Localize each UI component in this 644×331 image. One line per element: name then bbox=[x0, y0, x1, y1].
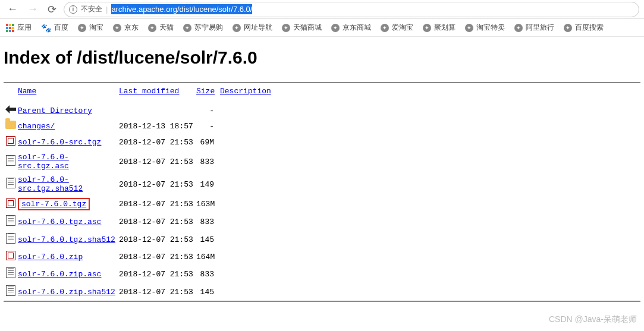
bookmark-label: 阿里旅行 bbox=[526, 23, 554, 33]
last-modified: 2018-12-07 21:53 bbox=[119, 200, 196, 209]
bookmark-item[interactable]: ✦天猫商城 bbox=[282, 23, 322, 33]
bookmark-label: 京东 bbox=[124, 23, 139, 33]
last-modified: 2018-12-07 21:53 bbox=[119, 270, 196, 279]
paw-icon: 🐾 bbox=[41, 23, 51, 33]
globe-icon: ✦ bbox=[113, 24, 121, 32]
file-size: 69M bbox=[196, 138, 220, 147]
url-selected: archive.apache.org/dist/lucene/solr/7.6.… bbox=[111, 4, 252, 14]
file-link[interactable]: solr-7.6.0.tgz.sha512 bbox=[18, 235, 115, 244]
info-icon[interactable]: i bbox=[69, 5, 77, 14]
bookmark-item[interactable]: ✦淘宝 bbox=[78, 23, 103, 33]
globe-icon: ✦ bbox=[381, 24, 389, 32]
file-icon bbox=[4, 233, 18, 246]
reload-button[interactable]: ⟳ bbox=[45, 3, 59, 16]
apps-icon bbox=[6, 24, 14, 32]
file-size: 145 bbox=[196, 235, 220, 244]
address-bar[interactable]: i 不安全 | archive.apache.org/dist/lucene/s… bbox=[64, 2, 639, 17]
last-modified: 2018-12-07 21:53 bbox=[119, 288, 196, 297]
header-description[interactable]: Description bbox=[220, 87, 271, 96]
bookmark-label: 淘宝 bbox=[89, 23, 103, 33]
file-size: - bbox=[196, 122, 220, 131]
bookmark-item[interactable]: ✦京东 bbox=[113, 23, 139, 33]
last-modified: 2018-12-07 21:53 bbox=[119, 217, 196, 226]
bookmark-label: 聚划算 bbox=[434, 23, 455, 33]
bookmark-label: 天猫 bbox=[159, 23, 174, 33]
globe-icon: ✦ bbox=[282, 24, 290, 32]
apps-shortcut[interactable]: 应用 bbox=[6, 23, 32, 33]
file-size: 163M bbox=[196, 200, 220, 209]
last-modified: 2018-12-07 21:53 bbox=[119, 235, 196, 244]
file-link[interactable]: solr-7.6.0.zip.asc bbox=[18, 270, 101, 279]
globe-icon: ✦ bbox=[423, 24, 431, 32]
forward-button[interactable]: → bbox=[25, 3, 40, 15]
file-icon bbox=[4, 285, 18, 298]
file-link[interactable]: solr-7.6.0.zip.sha512 bbox=[18, 288, 115, 297]
table-row: solr-7.6.0-src.tgz2018-12-07 21:5369M bbox=[4, 134, 640, 150]
file-size: 149 bbox=[196, 180, 220, 189]
bookmark-item[interactable]: ✦京东商城 bbox=[331, 23, 371, 33]
bookmark-item[interactable]: ✦网址导航 bbox=[233, 23, 272, 33]
bookmark-label: 爱淘宝 bbox=[392, 23, 413, 33]
folder-icon bbox=[4, 121, 18, 131]
header-last-modified[interactable]: Last modified bbox=[119, 87, 179, 96]
file-icon bbox=[4, 267, 18, 280]
back-icon bbox=[4, 105, 18, 116]
globe-icon: ✦ bbox=[78, 24, 86, 32]
globe-icon: ✦ bbox=[183, 24, 191, 32]
bookmark-item[interactable]: ✦淘宝特卖 bbox=[465, 23, 505, 33]
bookmark-label: 百度 bbox=[54, 23, 68, 33]
bookmark-item[interactable]: ✦百度搜索 bbox=[564, 23, 604, 33]
file-link[interactable]: solr-7.6.0.tgz.asc bbox=[18, 217, 101, 226]
listing-header-row: Name Last modified Size Description bbox=[4, 83, 640, 103]
insecure-label: 不安全 bbox=[81, 4, 102, 14]
directory-listing: Name Last modified Size Description Pare… bbox=[4, 82, 640, 302]
bookmarks-bar: 应用 🐾百度✦淘宝✦京东✦天猫✦苏宁易购✦网址导航✦天猫商城✦京东商城✦爱淘宝✦… bbox=[0, 19, 644, 37]
file-icon bbox=[4, 155, 18, 168]
file-icon bbox=[4, 215, 18, 228]
bookmark-item[interactable]: ✦天猫 bbox=[148, 23, 174, 33]
file-icon bbox=[4, 178, 18, 191]
last-modified: 2018-12-13 18:57 bbox=[119, 122, 196, 131]
watermark: CSDN @Java-呆萌老师 bbox=[549, 314, 637, 325]
bookmark-item[interactable]: ✦阿里旅行 bbox=[514, 23, 554, 33]
file-link[interactable]: solr-7.6.0.zip bbox=[18, 253, 83, 261]
table-row: solr-7.6.0.zip.asc2018-12-07 21:53833 bbox=[4, 265, 640, 283]
file-size: 164M bbox=[196, 253, 220, 261]
back-button[interactable]: ← bbox=[5, 3, 20, 15]
table-row: solr-7.6.0.tgz.sha5122018-12-07 21:53145 bbox=[4, 231, 640, 248]
header-size[interactable]: Size bbox=[196, 87, 215, 96]
file-link[interactable]: solr-7.6.0-src.tgz.sha512 bbox=[18, 175, 83, 193]
bookmark-label: 苏宁易购 bbox=[194, 23, 223, 33]
bookmark-label: 淘宝特卖 bbox=[476, 23, 505, 33]
bookmark-item[interactable]: ✦聚划算 bbox=[423, 23, 455, 33]
file-link[interactable]: solr-7.6.0-src.tgz bbox=[18, 138, 101, 147]
archive-icon bbox=[4, 136, 18, 148]
bookmark-item[interactable]: ✦爱淘宝 bbox=[381, 23, 413, 33]
file-size: 833 bbox=[196, 157, 220, 166]
bookmark-label: 天猫商城 bbox=[293, 23, 322, 33]
globe-icon: ✦ bbox=[233, 24, 241, 32]
last-modified: 2018-12-07 21:53 bbox=[119, 138, 196, 147]
table-row: changes/2018-12-13 18:57- bbox=[4, 118, 640, 134]
page-content: Index of /dist/lucene/solr/7.6.0 Name La… bbox=[0, 37, 644, 326]
globe-icon: ✦ bbox=[514, 24, 523, 32]
archive-icon bbox=[4, 251, 18, 263]
file-link[interactable]: solr-7.6.0.tgz bbox=[18, 198, 90, 210]
table-row: solr-7.6.0-src.tgz.sha5122018-12-07 21:5… bbox=[4, 173, 640, 196]
table-row: solr-7.6.0.tgz2018-12-07 21:53163M bbox=[4, 196, 640, 213]
bookmark-label: 百度搜索 bbox=[575, 23, 604, 33]
globe-icon: ✦ bbox=[331, 24, 340, 32]
header-name[interactable]: Name bbox=[18, 87, 36, 96]
address-separator: | bbox=[106, 5, 108, 14]
file-link[interactable]: changes/ bbox=[18, 122, 55, 131]
table-row: Parent Directory- bbox=[4, 103, 640, 118]
file-size: 833 bbox=[196, 217, 220, 226]
file-link[interactable]: solr-7.6.0-src.tgz.asc bbox=[18, 153, 69, 171]
globe-icon: ✦ bbox=[148, 24, 156, 32]
file-size: 833 bbox=[196, 270, 220, 279]
file-size: - bbox=[196, 106, 220, 115]
last-modified: 2018-12-07 21:53 bbox=[119, 157, 196, 166]
bookmark-item[interactable]: ✦苏宁易购 bbox=[183, 23, 223, 33]
bookmark-item[interactable]: 🐾百度 bbox=[41, 23, 68, 33]
file-link[interactable]: Parent Directory bbox=[18, 106, 92, 115]
